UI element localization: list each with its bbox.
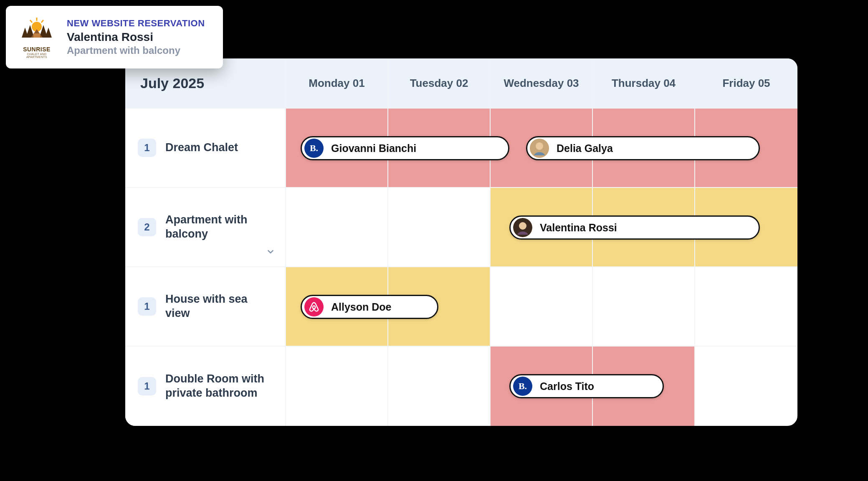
day-header: Thursday 04 [593, 58, 695, 109]
room-count-badge: 1 [138, 377, 156, 395]
room-name: Dream Chalet [165, 141, 238, 155]
airbnb-icon [304, 297, 324, 316]
booking-guest-name: Carlos Tito [540, 380, 594, 392]
room-name: Apartment with balcony [165, 213, 273, 241]
booking-pill[interactable]: Valentina Rossi [509, 215, 760, 240]
calendar-cell[interactable] [695, 347, 797, 426]
room-count-badge: 1 [138, 139, 156, 157]
room-count-badge: 1 [138, 297, 156, 316]
room-count-badge: 2 [138, 218, 156, 236]
day-header: Tuesday 02 [388, 58, 491, 109]
reservation-toast[interactable]: SUNRISE CHALET AND APARTMENTS NEW WEBSIT… [6, 6, 223, 68]
room-row[interactable]: 1 House with sea view [125, 267, 286, 347]
day-label: Friday 05 [722, 77, 770, 90]
room-name: House with sea view [165, 292, 273, 321]
calendar-cell[interactable] [388, 188, 491, 267]
day-header: Monday 01 [286, 58, 388, 109]
svg-point-14 [313, 306, 316, 309]
calendar-title: July 2025 [140, 75, 204, 91]
day-header: Friday 05 [695, 58, 797, 109]
guest-avatar-icon [513, 218, 532, 237]
chevron-down-icon[interactable] [266, 247, 275, 258]
booking-pill[interactable]: B. Giovanni Bianchi [301, 136, 509, 160]
booking-guest-name: Delia Galya [557, 142, 613, 154]
svg-point-11 [536, 142, 543, 150]
room-row[interactable]: 2 Apartment with balcony [125, 188, 286, 267]
day-header: Wednesday 03 [491, 58, 593, 109]
booking-pill[interactable]: Delia Galya [526, 136, 760, 160]
booking-guest-name: Valentina Rossi [540, 222, 617, 234]
day-label: Wednesday 03 [504, 77, 579, 90]
sunrise-logo-icon [18, 16, 56, 44]
toast-room-name: Apartment with balcony [67, 45, 205, 56]
svg-line-3 [30, 20, 32, 23]
bookingcom-icon: B. [513, 377, 532, 396]
toast-guest-name: Valentina Rossi [67, 30, 205, 44]
property-logo: SUNRISE CHALET AND APARTMENTS [18, 16, 56, 58]
room-row[interactable]: 1 Double Room with private bathroom [125, 347, 286, 426]
day-label: Tuesday 02 [410, 77, 468, 90]
bookingcom-icon: B. [304, 139, 324, 158]
calendar-grid: July 2025 Monday 01 Tuesday 02 Wednesday… [125, 58, 797, 426]
property-brand: SUNRISE [18, 46, 56, 53]
property-tagline: CHALET AND APARTMENTS [18, 53, 56, 58]
calendar-cell[interactable] [388, 347, 491, 426]
day-label: Thursday 04 [612, 77, 676, 90]
calendar-cell[interactable] [593, 267, 695, 347]
guest-avatar-icon [530, 139, 549, 158]
booking-guest-name: Allyson Doe [331, 301, 391, 313]
calendar-cell[interactable] [286, 188, 388, 267]
calendar-cell[interactable] [286, 347, 388, 426]
toast-kicker: NEW WEBSITE RESERVATION [67, 18, 205, 29]
svg-marker-7 [45, 28, 52, 38]
room-name: Double Room with private bathroom [165, 372, 273, 400]
day-label: Monday 01 [309, 77, 364, 90]
svg-rect-9 [33, 33, 40, 38]
room-row[interactable]: 1 Dream Chalet [125, 109, 286, 188]
booking-guest-name: Giovanni Bianchi [331, 142, 416, 154]
booking-pill[interactable]: Allyson Doe [301, 295, 438, 319]
calendar-cell[interactable] [695, 267, 797, 347]
calendar-cell[interactable] [491, 267, 593, 347]
booking-pill[interactable]: B. Carlos Tito [509, 374, 664, 398]
svg-point-13 [519, 222, 526, 230]
calendar-card: July 2025 Monday 01 Tuesday 02 Wednesday… [125, 58, 797, 426]
svg-line-2 [41, 20, 43, 23]
